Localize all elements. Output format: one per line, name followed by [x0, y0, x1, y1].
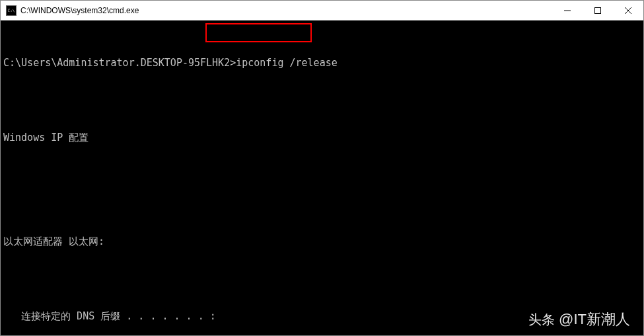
terminal-line: 以太网适配器 以太网: — [3, 234, 641, 249]
minimize-icon — [564, 7, 571, 14]
red-highlight-annotation — [205, 23, 312, 42]
window-controls — [552, 1, 643, 20]
cmd-icon-text: C:\ — [8, 8, 15, 13]
watermark-handle: @IT新潮人 — [559, 308, 630, 330]
prompt-text: C:\Users\Administrator.DESKTOP-95FLHK2> — [3, 57, 236, 69]
maximize-icon — [594, 7, 601, 14]
minimize-button[interactable] — [552, 1, 583, 20]
close-button[interactable] — [613, 1, 643, 20]
terminal-line: Windows IP 配置 — [3, 130, 641, 146]
command-text: ipconfig /release — [236, 57, 338, 69]
window-title: C:\WINDOWS\system32\cmd.exe — [20, 6, 552, 15]
terminal-line: C:\Users\Administrator.DESKTOP-95FLHK2>i… — [3, 56, 641, 71]
close-icon — [625, 7, 631, 14]
cmd-icon: C:\ — [6, 5, 17, 16]
maximize-button[interactable] — [583, 1, 613, 20]
titlebar[interactable]: C:\ C:\WINDOWS\system32\cmd.exe — [1, 1, 643, 21]
cmd-window: C:\ C:\WINDOWS\system32\cmd.exe C:\Users… — [0, 0, 644, 336]
terminal-area[interactable]: C:\Users\Administrator.DESKTOP-95FLHK2>i… — [1, 21, 643, 335]
watermark: 头条 @IT新潮人 — [528, 308, 630, 330]
watermark-label: 头条 — [528, 310, 555, 329]
svg-rect-1 — [595, 7, 601, 13]
